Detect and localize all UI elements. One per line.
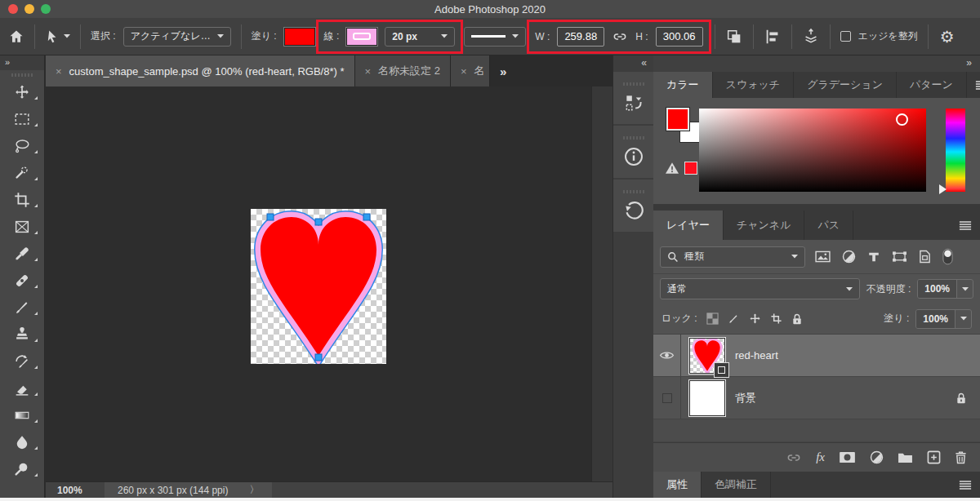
filter-shape-layers-icon[interactable] [892, 250, 907, 263]
lock-position-icon[interactable] [749, 313, 761, 325]
link-layers-icon[interactable] [786, 450, 802, 466]
layer-row-background[interactable]: 背景 [653, 377, 980, 419]
gamut-color-swatch[interactable] [684, 162, 697, 175]
document-tab-active[interactable]: × custom_shape_sample.psd @ 100% (red-he… [46, 55, 355, 86]
tab-overflow-icon[interactable]: » [490, 55, 516, 86]
tool-lasso[interactable] [0, 132, 44, 159]
lock-pixels-icon[interactable] [728, 313, 740, 325]
path-operations-icon[interactable] [725, 28, 743, 46]
delete-layer-icon[interactable] [955, 450, 967, 464]
add-layer-mask-icon[interactable] [839, 451, 856, 463]
filter-toggle-icon[interactable] [942, 248, 953, 265]
color-picker-field[interactable] [699, 109, 926, 192]
anchor-point[interactable] [315, 354, 322, 361]
tools-collapse-control[interactable]: » [0, 55, 44, 70]
anchor-point[interactable] [267, 214, 274, 220]
layer-row-red-heart[interactable]: red-heart [653, 335, 980, 377]
select-mode-dropdown[interactable]: アクティブなレ… [123, 27, 231, 47]
tool-eraser[interactable] [0, 375, 44, 401]
new-group-icon[interactable] [898, 451, 913, 463]
tool-move[interactable] [0, 78, 44, 105]
new-layer-icon[interactable] [927, 450, 941, 464]
filter-type-layers-icon[interactable] [867, 250, 880, 264]
layer-visibility-toggle[interactable] [653, 377, 681, 419]
layer-fill-dropdown[interactable]: 100% [915, 309, 972, 329]
panel-menu-icon[interactable] [951, 211, 980, 240]
stroke-type-dropdown[interactable] [464, 27, 526, 47]
layer-style-fx-icon[interactable]: fx [816, 450, 825, 464]
color-picker-cursor-icon[interactable] [896, 113, 908, 126]
gear-icon[interactable]: ⚙ [940, 27, 955, 47]
zoom-level-field[interactable]: 100% [46, 485, 105, 496]
tab-paths[interactable]: パス [804, 211, 853, 240]
tool-dodge[interactable] [0, 455, 44, 482]
tool-eyedropper[interactable] [0, 240, 44, 267]
lock-all-icon[interactable] [791, 313, 803, 326]
tab-adjustments[interactable]: 色調補正 [702, 472, 771, 498]
stroke-width-dropdown[interactable]: 20 px [385, 27, 455, 47]
shape-width-input[interactable]: 259.88 [557, 27, 604, 47]
tool-history-brush[interactable] [0, 348, 44, 375]
tools-grip-handle[interactable] [11, 73, 33, 77]
panel-menu-icon[interactable] [951, 472, 980, 498]
lock-artboard-icon[interactable] [770, 313, 782, 325]
shape-height-input[interactable]: 300.06 [656, 27, 703, 47]
panel-button-info[interactable] [613, 126, 653, 178]
layer-filter-type-dropdown[interactable]: 種類 [660, 246, 805, 268]
tool-gradient[interactable] [0, 401, 44, 428]
layer-name[interactable]: red-heart [735, 349, 778, 361]
tool-frame[interactable] [0, 213, 44, 240]
link-dimensions-icon[interactable] [612, 29, 628, 45]
tab-gradients[interactable]: グラデーション [794, 72, 897, 98]
panels-collapse-control[interactable]: » [653, 55, 980, 72]
tool-spot-healing-brush[interactable] [0, 267, 44, 294]
path-arrangement-icon[interactable] [802, 28, 820, 46]
tool-clone-stamp[interactable] [0, 321, 44, 348]
align-edges-checkbox[interactable] [840, 31, 851, 42]
close-icon[interactable]: × [365, 65, 372, 78]
document-info[interactable]: 260 px x 301 px (144 ppi) 〉 [105, 482, 272, 498]
canvas-area[interactable] [46, 86, 612, 481]
tool-quick-selection[interactable] [0, 159, 44, 186]
anchor-point[interactable] [363, 214, 370, 220]
anchor-point[interactable] [315, 219, 322, 225]
tool-blur[interactable] [0, 428, 44, 455]
hue-slider-marker[interactable] [939, 184, 947, 194]
layer-thumbnail[interactable] [689, 380, 725, 416]
new-adjustment-layer-icon[interactable] [870, 450, 884, 464]
document-tab-3[interactable]: × 名 [451, 55, 490, 86]
filter-adjustment-layers-icon[interactable] [842, 250, 856, 264]
tab-color[interactable]: カラー [653, 72, 713, 98]
tab-channels[interactable]: チャンネル [724, 211, 805, 240]
close-icon[interactable]: × [461, 65, 467, 78]
panel-button-history[interactable] [613, 180, 653, 232]
tool-crop[interactable] [0, 186, 44, 213]
path-alignment-icon[interactable] [764, 28, 782, 46]
tab-properties[interactable]: 属性 [653, 472, 702, 498]
tool-brush[interactable] [0, 294, 44, 321]
panel-menu-icon[interactable] [967, 72, 980, 98]
path-selection-tool-button[interactable] [45, 29, 70, 44]
document-tab-2[interactable]: × 名称未設定 2 [355, 55, 451, 86]
status-chevron-icon[interactable]: 〉 [249, 483, 259, 497]
close-icon[interactable]: × [56, 65, 62, 78]
tool-rectangular-marquee[interactable] [0, 105, 44, 132]
home-icon[interactable] [8, 29, 24, 45]
tab-swatches[interactable]: スウォッチ [713, 72, 795, 98]
filter-smart-objects-icon[interactable] [919, 250, 931, 264]
foreground-color-swatch[interactable] [666, 108, 689, 131]
tab-patterns[interactable]: パターン [897, 72, 967, 98]
stroke-color-swatch[interactable] [346, 28, 377, 46]
opacity-dropdown[interactable]: 100% [917, 279, 973, 299]
blend-mode-dropdown[interactable]: 通常 [660, 278, 860, 299]
lock-transparency-icon[interactable] [706, 313, 719, 325]
document-canvas[interactable] [251, 209, 386, 364]
tab-layers[interactable]: レイヤー [653, 211, 724, 240]
layer-visibility-toggle[interactable] [653, 335, 681, 376]
dock-collapse-control[interactable]: « [613, 55, 653, 72]
hue-slider[interactable] [946, 109, 965, 192]
panel-button-layer-comps[interactable] [613, 72, 653, 124]
layer-name[interactable]: 背景 [735, 391, 756, 406]
fill-color-swatch[interactable] [284, 28, 315, 46]
filter-pixel-layers-icon[interactable] [815, 250, 831, 263]
